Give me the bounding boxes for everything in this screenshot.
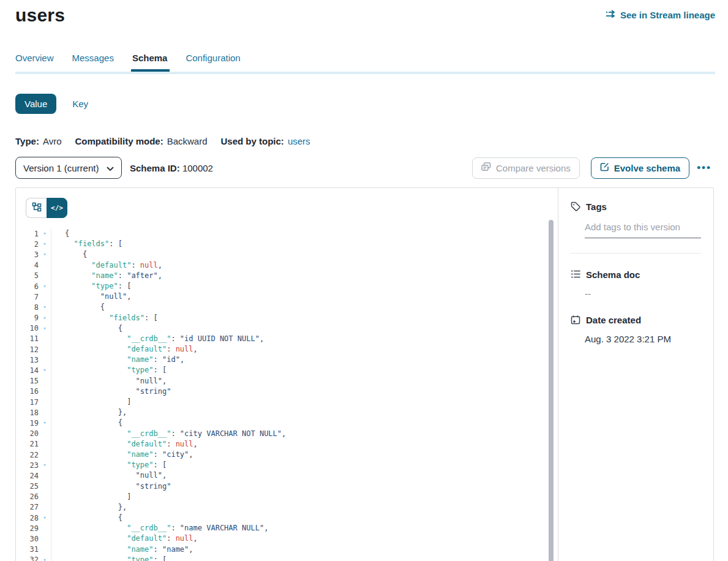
type-value: Avro	[43, 136, 62, 146]
code-line: 28▾ {	[16, 513, 558, 523]
code-line: 24 "null",	[16, 470, 558, 481]
line-number: 11	[16, 334, 39, 343]
add-tags-input[interactable]	[585, 222, 701, 232]
compare-versions-icon	[481, 162, 491, 173]
code-line: 12 "default": null,	[16, 344, 558, 355]
tags-heading: Tags	[586, 201, 607, 212]
fold-toggle-icon[interactable]: ▾	[39, 323, 51, 334]
date-created-heading: Date created	[586, 315, 641, 325]
code-text: {	[51, 228, 558, 239]
stream-lineage-link[interactable]: See in Stream lineage	[606, 10, 715, 20]
key-toggle-link[interactable]: Key	[72, 99, 88, 109]
fold-toggle-icon[interactable]: ▾	[39, 239, 51, 249]
line-number: 12	[16, 345, 39, 354]
page-title: users	[15, 5, 65, 26]
line-number: 15	[16, 377, 39, 385]
line-number: 25	[16, 482, 39, 491]
code-text: },	[51, 407, 558, 418]
code-line: 9▾ "fields": [	[16, 313, 558, 323]
code-line: 21 "default": null,	[16, 439, 558, 450]
code-line: 18 },	[16, 407, 558, 418]
page-header: users See in Stream lineage	[15, 5, 715, 26]
line-number: 20	[16, 429, 39, 438]
line-number: 8	[16, 303, 39, 312]
schema-doc-value: --	[585, 288, 701, 299]
code-text: "default": null,	[51, 344, 558, 355]
code-line: 13 "name": "id",	[16, 355, 558, 365]
fold-toggle-icon[interactable]: ▾	[39, 513, 51, 523]
line-number: 26	[16, 492, 39, 501]
compatibility-value: Backward	[167, 136, 208, 146]
view-toggle: </>	[26, 198, 67, 218]
stream-lineage-icon	[606, 10, 616, 20]
code-text: "name": "after",	[51, 271, 558, 281]
line-number: 27	[16, 503, 39, 511]
tab-configuration[interactable]: Configuration	[186, 53, 240, 72]
doc-list-icon	[571, 269, 581, 280]
fold-toggle-icon[interactable]: ▾	[39, 313, 51, 323]
tab-overview[interactable]: Overview	[15, 53, 54, 72]
code-text: "name": "id",	[51, 355, 558, 365]
tags-section-header: Tags	[571, 201, 701, 212]
code-text: "name": "city",	[51, 450, 558, 460]
tab-schema[interactable]: Schema	[132, 53, 168, 72]
line-number: 5	[16, 271, 39, 280]
code-view-icon: </>	[51, 204, 63, 212]
code-text: "default": null,	[51, 533, 558, 544]
fold-toggle-icon[interactable]: ▾	[39, 281, 51, 292]
tab-underline-track	[15, 72, 715, 74]
code-line: 11 "__crdb__": "id UUID NOT NULL",	[16, 334, 558, 344]
code-text: "string"	[51, 386, 558, 397]
tab-messages[interactable]: Messages	[72, 53, 114, 72]
line-number: 7	[16, 293, 39, 301]
code-text: {	[51, 513, 558, 523]
compatibility-label: Compatibility mode:	[75, 136, 163, 146]
compare-versions-button[interactable]: Compare versions	[472, 157, 580, 179]
fold-toggle-icon[interactable]: ▾	[39, 228, 51, 239]
chevron-down-icon	[107, 163, 114, 173]
code-text: "__crdb__": "id UUID NOT NULL",	[51, 334, 558, 344]
fold-toggle-icon[interactable]: ▾	[39, 460, 51, 470]
version-select[interactable]: Version 1 (current)	[15, 157, 122, 179]
value-toggle-button[interactable]: Value	[15, 94, 56, 114]
type-label: Type:	[15, 136, 39, 146]
evolve-schema-button[interactable]: Evolve schema	[591, 157, 689, 179]
code-lines: 1▾{2▾ "fields": [3▾ {4 "default": null,5…	[16, 228, 558, 561]
schema-sidebar: Tags Schema	[558, 188, 713, 561]
line-number: 19	[16, 419, 39, 427]
tab-bar: Overview Messages Schema Configuration	[15, 53, 715, 72]
line-number: 16	[16, 387, 39, 396]
code-line: 29 "__crdb__": "name VARCHAR NULL",	[16, 523, 558, 533]
code-text: "type": [	[51, 460, 558, 470]
line-number: 18	[16, 409, 39, 417]
schema-id-label: Schema ID:	[130, 163, 180, 173]
code-scrollbar[interactable]	[549, 220, 554, 561]
more-actions-button[interactable]: •••	[697, 162, 711, 174]
code-text: "fields": [	[51, 313, 558, 323]
schema-meta-row: Type:Avro Compatibility mode:Backward Us…	[15, 136, 715, 146]
code-view-button[interactable]: </>	[47, 198, 67, 218]
fold-toggle-icon[interactable]: ▾	[39, 249, 51, 260]
line-number: 6	[16, 282, 39, 291]
code-text: },	[51, 502, 558, 513]
fold-toggle-icon[interactable]: ▾	[39, 555, 51, 561]
schema-doc-heading: Schema doc	[586, 269, 640, 280]
fold-toggle-icon[interactable]: ▾	[39, 365, 51, 375]
fold-toggle-icon[interactable]: ▾	[39, 418, 51, 428]
date-created-section-header: Date created	[571, 315, 701, 325]
code-line: 26 ]	[16, 492, 558, 502]
code-line: 22 "name": "city",	[16, 450, 558, 460]
topic-link[interactable]: users	[288, 136, 310, 146]
edit-icon	[600, 162, 609, 173]
line-number: 1	[16, 230, 39, 238]
line-number: 14	[16, 366, 39, 375]
code-text: "string"	[51, 481, 558, 492]
schema-code-viewer: </> 1▾{2▾ "fields": [3▾ {4 "default": nu…	[16, 188, 558, 561]
code-line: 6▾ "type": [	[16, 281, 558, 292]
line-number: 17	[16, 398, 39, 407]
fold-toggle-icon[interactable]: ▾	[39, 302, 51, 312]
line-number: 23	[16, 461, 39, 470]
tree-view-button[interactable]	[26, 198, 47, 218]
code-text: "default": null,	[51, 439, 558, 450]
line-number: 13	[16, 356, 39, 364]
